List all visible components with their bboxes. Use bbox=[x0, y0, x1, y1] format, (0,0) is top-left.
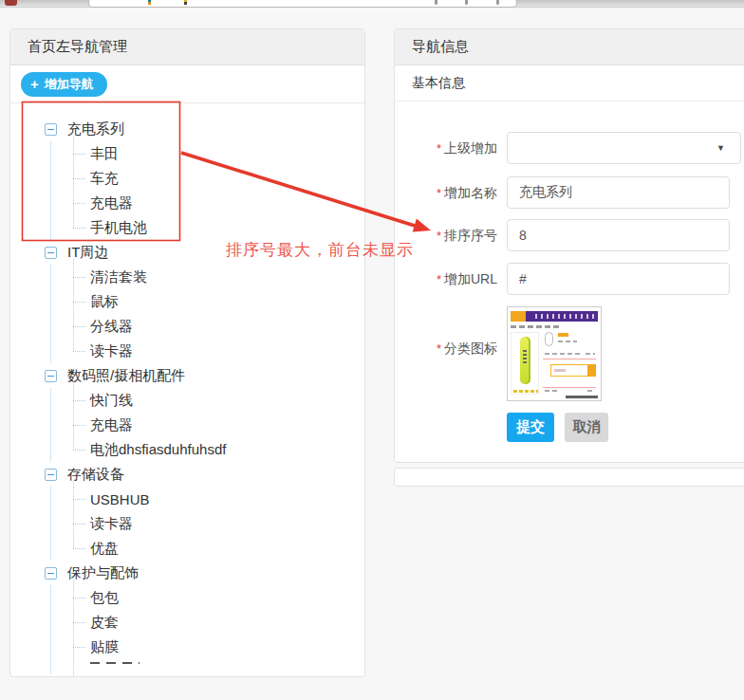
tree-group: 保护与配饰 包包 皮套 贴膜 bbox=[10, 561, 364, 664]
submit-button[interactable]: 提交 bbox=[507, 413, 554, 442]
tree-item-label: 车充 bbox=[90, 170, 119, 188]
right-panel-title: 导航信息 bbox=[412, 38, 469, 56]
tree-item[interactable]: 清洁套装 bbox=[10, 265, 364, 289]
tree-item-label: 读卡器 bbox=[90, 515, 133, 533]
tree-item-label: 数码照/摄相机配件 bbox=[67, 367, 185, 385]
browser-icon-fragment bbox=[5, 0, 17, 6]
tree-item-label: 贴膜 bbox=[90, 638, 119, 656]
tree-item-label: 皮套 bbox=[90, 614, 119, 632]
tree-children: 清洁套装 鼠标 分线器 读卡器 bbox=[10, 265, 364, 363]
tree-item[interactable]: 车充 bbox=[10, 166, 364, 191]
tree-group: 存储设备 USBHUB 读卡器 优盘 bbox=[10, 462, 364, 561]
category-tree: 充电系列 丰田 车充 充电器 手机电池 IT周边 清洁套装 鼠标 分线器 读卡器 bbox=[10, 103, 364, 664]
add-nav-button-label: 增加导航 bbox=[45, 76, 94, 93]
left-panel-title: 首页左导航管理 bbox=[28, 38, 127, 56]
thumb-detail-column bbox=[543, 332, 598, 395]
tree-item-label: 优盘 bbox=[90, 540, 119, 558]
tree-group: IT周边 清洁套装 鼠标 分线器 读卡器 bbox=[10, 240, 364, 363]
required-marker: * bbox=[437, 141, 441, 156]
tree-item-parent[interactable]: 数码照/摄相机配件 bbox=[10, 363, 364, 388]
required-marker: * bbox=[437, 229, 441, 243]
thumb-product-image bbox=[511, 332, 539, 395]
tree-item-clipped[interactable] bbox=[90, 659, 140, 664]
field-label: *上级增加 bbox=[395, 132, 497, 165]
tree-item-label: 鼠标 bbox=[90, 293, 119, 311]
tree-item[interactable]: 电池dhsfiasduhfuhsdf bbox=[10, 437, 364, 462]
field-label: *排序序号 bbox=[395, 219, 497, 252]
tree-item[interactable]: 读卡器 bbox=[10, 339, 364, 363]
tree-item[interactable]: 丰田 bbox=[10, 141, 364, 166]
left-panel-header: 首页左导航管理 bbox=[10, 29, 364, 65]
add-nav-button[interactable]: + 增加导航 bbox=[21, 72, 107, 97]
section-basic-info: 基本信息 bbox=[395, 65, 744, 101]
tree-item-label: 保护与配饰 bbox=[67, 564, 139, 582]
tree-children: USBHUB 读卡器 优盘 bbox=[10, 487, 364, 561]
nav-info-panel: 导航信息 基本信息 *上级增加 ▼ *增加名称 *排序序号 *增加URL *分类… bbox=[394, 28, 744, 463]
address-bar-text-fragment bbox=[148, 0, 151, 5]
empty-panel-strip bbox=[394, 468, 744, 487]
collapse-minus-icon[interactable] bbox=[45, 567, 57, 580]
tree-item[interactable]: 快门线 bbox=[10, 388, 364, 413]
address-bar-text-fragment bbox=[435, 0, 437, 5]
plus-icon: + bbox=[30, 77, 39, 91]
tree-item[interactable]: 包包 bbox=[10, 585, 364, 610]
tree-item[interactable]: 皮套 bbox=[10, 610, 364, 635]
category-icon-thumbnail[interactable] bbox=[507, 306, 602, 401]
tree-item-parent[interactable]: 存储设备 bbox=[10, 462, 364, 487]
tree-group: 充电系列 丰田 车充 充电器 手机电池 bbox=[10, 117, 364, 240]
cancel-button[interactable]: 取消 bbox=[565, 413, 608, 442]
tree-children: 包包 皮套 贴膜 bbox=[10, 585, 364, 664]
tree-item-label: 充电系列 bbox=[67, 120, 124, 138]
chevron-down-icon: ▼ bbox=[716, 143, 725, 153]
collapse-minus-icon[interactable] bbox=[45, 123, 57, 136]
thumb-breadcrumb bbox=[511, 325, 561, 328]
tree-item-parent[interactable]: IT周边 bbox=[10, 240, 364, 265]
tree-item[interactable]: 充电器 bbox=[10, 191, 364, 215]
required-marker: * bbox=[437, 272, 441, 286]
right-panel-header: 导航信息 bbox=[395, 29, 744, 65]
tree-item-label: 清洁套装 bbox=[90, 268, 147, 286]
tree-group: 数码照/摄相机配件 快门线 充电器 电池dhsfiasduhfuhsdf bbox=[10, 363, 364, 462]
thumb-navbar bbox=[511, 311, 598, 322]
address-bar[interactable] bbox=[88, 0, 517, 8]
section-title: 基本信息 bbox=[412, 75, 465, 92]
tree-item-label: 包包 bbox=[90, 589, 119, 607]
tree-item[interactable]: 优盘 bbox=[10, 536, 364, 561]
collapse-minus-icon[interactable] bbox=[45, 247, 57, 259]
field-label: *增加URL bbox=[395, 263, 497, 296]
required-marker: * bbox=[437, 186, 441, 200]
tree-item[interactable]: 手机电池 bbox=[10, 215, 364, 240]
tree-item-label: 读卡器 bbox=[90, 342, 133, 360]
form-row-icon: *分类图标 bbox=[395, 306, 744, 401]
tree-item[interactable]: 读卡器 bbox=[10, 511, 364, 536]
tree-item[interactable]: 鼠标 bbox=[10, 289, 364, 314]
address-bar-text-fragment bbox=[184, 0, 187, 5]
tree-item[interactable]: 充电器 bbox=[10, 413, 364, 437]
toolbar-row: + 增加导航 bbox=[10, 65, 364, 103]
field-label: *分类图标 bbox=[395, 332, 497, 365]
tree-item-label: 快门线 bbox=[90, 392, 133, 410]
tree-item-label: 充电器 bbox=[90, 194, 133, 212]
tree-item[interactable]: USBHUB bbox=[10, 487, 364, 511]
tree-item-label: 丰田 bbox=[90, 145, 119, 163]
thumb-body bbox=[511, 332, 598, 395]
required-marker: * bbox=[437, 341, 441, 356]
tree-item[interactable]: 贴膜 bbox=[10, 635, 364, 659]
collapse-minus-icon[interactable] bbox=[45, 469, 57, 481]
tree-item-label: 充电器 bbox=[90, 416, 133, 434]
collapse-minus-icon[interactable] bbox=[45, 370, 57, 382]
field-label: *增加名称 bbox=[395, 176, 497, 210]
tree-item[interactable]: 分线器 bbox=[10, 314, 364, 339]
tree-item-parent[interactable]: 保护与配饰 bbox=[10, 561, 364, 585]
tree-item-label: 分线器 bbox=[90, 318, 133, 336]
browser-chrome-strip bbox=[0, 0, 744, 8]
sort-order-input[interactable] bbox=[507, 219, 730, 251]
url-input[interactable] bbox=[507, 263, 730, 295]
tree-item-parent[interactable]: 充电系列 bbox=[10, 117, 364, 141]
parent-category-select[interactable]: ▼ bbox=[507, 132, 741, 164]
form-buttons: 提交 取消 bbox=[507, 413, 608, 442]
address-bar-text-fragment bbox=[465, 0, 468, 5]
left-nav-manager-panel: 首页左导航管理 + 增加导航 充电系列 丰田 车充 充电器 手机电池 IT周边 bbox=[9, 28, 365, 677]
name-input[interactable] bbox=[507, 176, 730, 209]
address-bar-text-fragment bbox=[496, 0, 499, 5]
